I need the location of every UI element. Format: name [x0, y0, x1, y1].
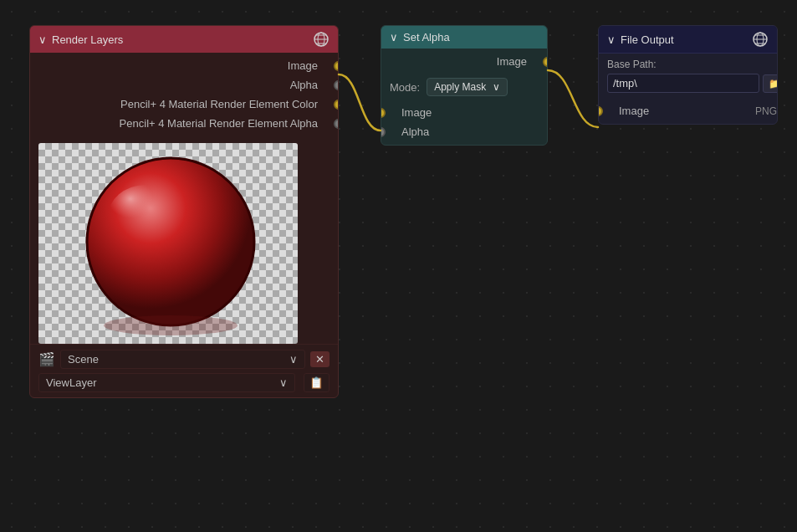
- view-layer-value: ViewLayer: [46, 376, 96, 389]
- output-pencil-color-socket[interactable]: [326, 99, 338, 110]
- scene-chevron: ∨: [289, 353, 298, 366]
- output-pencil-color-row: Pencil+ 4 Material Render Element Color: [30, 95, 338, 114]
- png-label: PNG: [750, 105, 777, 117]
- svg-point-7: [108, 185, 183, 248]
- file-output-image-row: Image PNG: [599, 101, 777, 120]
- output-pencil-alpha-dot: [334, 119, 339, 129]
- set-alpha-inputs: Image Alpha: [381, 100, 547, 145]
- file-output-header[interactable]: ∨ File Output: [599, 26, 777, 54]
- output-image-dot: [334, 61, 339, 71]
- render-layers-outputs: Image Alpha Pencil+ 4 Material Render El…: [30, 53, 338, 136]
- input-alpha-socket[interactable]: [381, 126, 393, 138]
- output-image-row: Image: [30, 56, 338, 75]
- render-preview: [38, 143, 298, 344]
- set-alpha-title: Set Alpha: [403, 31, 450, 43]
- render-layers-header[interactable]: ∨ Render Layers: [30, 26, 338, 53]
- file-output-globe-icon: [752, 31, 769, 48]
- output-pencil-alpha-label: Pencil+ 4 Material Render Element Alpha: [30, 117, 326, 130]
- folder-button[interactable]: 📁: [763, 74, 778, 93]
- input-alpha-label: Alpha: [393, 125, 547, 138]
- input-image-socket[interactable]: [381, 107, 393, 119]
- file-output-image-label: Image: [611, 105, 750, 117]
- base-path-section: Base Path: 📁: [599, 54, 777, 98]
- view-layer-file-button[interactable]: 📋: [304, 373, 330, 392]
- output-alpha-label: Alpha: [30, 79, 326, 91]
- mode-row: Mode: Apply Mask ∨: [381, 74, 547, 100]
- output-pencil-color-dot: [334, 100, 339, 110]
- view-layer-row: ViewLayer ∨ 📋: [38, 373, 330, 392]
- output-image-socket[interactable]: [326, 60, 338, 72]
- file-output-title: File Output: [621, 33, 674, 46]
- view-layer-chevron: ∨: [279, 376, 288, 389]
- set-alpha-output-image-row: Image: [381, 52, 547, 71]
- set-alpha-collapse[interactable]: ∨: [390, 31, 398, 43]
- mode-value: Apply Mask: [434, 81, 486, 93]
- base-path-label: Base Path:: [607, 59, 769, 70]
- file-output-image-dot: [598, 106, 603, 116]
- file-output-image-socket[interactable]: [599, 105, 611, 117]
- output-alpha-row: Alpha: [30, 75, 338, 95]
- scene-icon: 🎬: [38, 351, 55, 367]
- mode-chevron-icon: ∨: [493, 81, 500, 93]
- file-output-header-left: ∨ File Output: [607, 33, 674, 46]
- output-alpha-socket[interactable]: [326, 79, 338, 91]
- mode-dropdown[interactable]: Apply Mask ∨: [427, 78, 508, 96]
- scene-close-button[interactable]: ✕: [310, 351, 330, 367]
- output-pencil-color-label: Pencil+ 4 Material Render Element Color: [30, 98, 326, 110]
- scene-row: 🎬 Scene ∨ ✕: [38, 350, 330, 369]
- folder-icon: 📁: [769, 78, 778, 90]
- output-pencil-alpha-socket[interactable]: [326, 118, 338, 130]
- svg-point-9: [104, 315, 238, 335]
- output-image-label: Image: [30, 59, 326, 72]
- set-alpha-output-image-label: Image: [381, 55, 535, 68]
- render-layers-globe-icon: [313, 31, 330, 48]
- input-alpha-row: Alpha: [381, 122, 547, 141]
- input-image-label: Image: [393, 106, 547, 119]
- scene-dropdown[interactable]: Scene ∨: [60, 350, 305, 369]
- output-pencil-alpha-row: Pencil+ 4 Material Render Element Alpha: [30, 114, 338, 133]
- input-alpha-dot: [381, 127, 386, 137]
- set-alpha-header[interactable]: ∨ Set Alpha: [381, 26, 547, 49]
- set-alpha-node: ∨ Set Alpha Image Mode: Apply Mask ∨ Ima…: [381, 25, 548, 146]
- mode-label: Mode:: [390, 81, 420, 94]
- render-layers-title: Render Layers: [52, 33, 123, 46]
- input-image-dot: [381, 108, 386, 118]
- file-output-sockets: Image PNG: [599, 98, 777, 124]
- input-image-row: Image: [381, 103, 547, 122]
- file-output-node: ∨ File Output Base Path: 📁: [598, 25, 778, 125]
- render-layers-node: ∨ Render Layers Image Alpha: [29, 25, 339, 398]
- set-alpha-output-image-socket[interactable]: [535, 56, 547, 68]
- set-alpha-header-left: ∨ Set Alpha: [390, 31, 450, 43]
- base-path-input-row: 📁: [607, 74, 769, 93]
- base-path-input[interactable]: [607, 74, 759, 93]
- collapse-arrow[interactable]: ∨: [38, 33, 47, 46]
- file-stack-icon: 📋: [309, 376, 324, 389]
- file-output-collapse[interactable]: ∨: [607, 33, 616, 46]
- view-layer-dropdown[interactable]: ViewLayer ∨: [38, 373, 295, 392]
- set-alpha-output-dot: [543, 57, 548, 67]
- render-layers-bottom: 🎬 Scene ∨ ✕ ViewLayer ∨ 📋: [30, 344, 338, 397]
- set-alpha-outputs: Image: [381, 49, 547, 74]
- scene-value: Scene: [68, 353, 99, 366]
- output-alpha-dot: [334, 80, 339, 90]
- header-left: ∨ Render Layers: [38, 33, 123, 46]
